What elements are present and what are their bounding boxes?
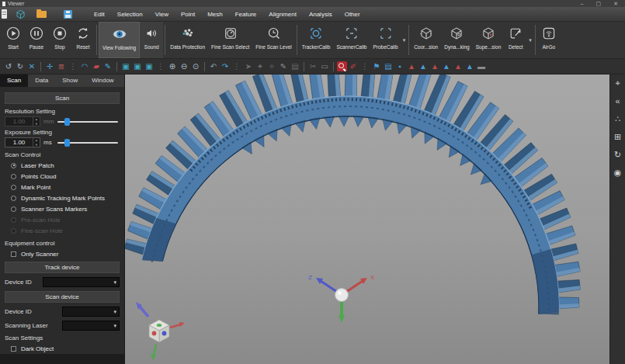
- radio-option[interactable]: Fine-scan Hole: [3, 225, 121, 236]
- menu-item[interactable]: Alignment: [263, 9, 302, 20]
- supervision-button[interactable]: Supe...sion: [473, 22, 505, 58]
- toolbar2-icon[interactable]: ↺: [3, 60, 14, 74]
- radio-option[interactable]: Points Cloud: [3, 171, 121, 182]
- toolbar2-icon[interactable]: ⊕: [167, 60, 178, 74]
- toolbar2-icon[interactable]: ▲: [418, 60, 429, 74]
- detect-button[interactable]: Detect: [504, 22, 527, 58]
- scan-section-header[interactable]: Scan: [5, 92, 120, 104]
- menu-item[interactable]: Selection: [112, 9, 148, 20]
- toolbar2-icon[interactable]: ✂: [307, 60, 318, 74]
- close-button[interactable]: ✕: [613, 0, 618, 7]
- tab-scan[interactable]: Scan: [0, 75, 28, 87]
- display-icon[interactable]: ⊞: [614, 132, 621, 141]
- toolbar2-icon[interactable]: ▤: [383, 60, 394, 74]
- airgo-button[interactable]: AirGo: [537, 22, 561, 58]
- radio-option[interactable]: Scanner Scans Markers: [3, 203, 121, 214]
- toolbar2-icon[interactable]: ▰: [91, 60, 102, 74]
- resolution-input[interactable]: 1.00 ▴▾: [5, 116, 40, 127]
- toolbar2-icon[interactable]: ✦: [255, 60, 266, 74]
- tab-window[interactable]: Window: [85, 75, 120, 87]
- data-protection-button[interactable]: Data Protection: [167, 22, 208, 58]
- menu-item[interactable]: Edit: [89, 9, 110, 20]
- toolbar2-icon[interactable]: ▣: [132, 60, 143, 74]
- toolbar2-icon[interactable]: ⚑: [371, 60, 382, 74]
- menu-item[interactable]: View: [150, 9, 174, 20]
- fine-scan-level-button[interactable]: Fine Scan Level: [252, 22, 295, 58]
- radio-option[interactable]: Pre-scan Hole: [3, 214, 121, 225]
- spin-down-icon[interactable]: ▾: [33, 143, 40, 147]
- toolbar2-icon[interactable]: ✎: [102, 60, 113, 74]
- toolbar2-icon[interactable]: ↶: [208, 60, 219, 74]
- radio-option[interactable]: Mark Point: [3, 182, 121, 192]
- toolbar2-icon[interactable]: ▪: [394, 60, 405, 74]
- fit-view-icon[interactable]: ⌖: [615, 78, 620, 88]
- sound-button[interactable]: Sound: [140, 22, 163, 58]
- chevron-down-icon[interactable]: ▾: [527, 37, 533, 43]
- track-device-header[interactable]: Track device: [5, 262, 120, 273]
- toolbar2-icon[interactable]: ▬: [476, 60, 487, 74]
- toolbar2-icon[interactable]: ✕: [26, 60, 37, 74]
- toolbar2-icon[interactable]: [337, 61, 347, 71]
- probe-calib-button[interactable]: ProbeCalib: [370, 22, 401, 58]
- save-icon[interactable]: [64, 10, 72, 19]
- exposure-slider[interactable]: [57, 138, 120, 147]
- toolbar2-icon[interactable]: ⊖: [179, 60, 189, 74]
- stop-button[interactable]: Stop: [48, 22, 71, 58]
- fine-scan-select-button[interactable]: Fine Scan Select: [208, 22, 252, 58]
- toolbar2-icon[interactable]: [333, 62, 334, 71]
- toolbar2-icon[interactable]: ✧: [266, 60, 277, 74]
- menu-item[interactable]: Feature: [230, 9, 262, 20]
- menu-item[interactable]: Analysis: [304, 9, 338, 20]
- toolbar2-icon[interactable]: ✛: [44, 60, 55, 74]
- tab-data[interactable]: Data: [28, 75, 55, 87]
- toolbar2-icon[interactable]: [40, 62, 41, 71]
- view-following-button[interactable]: View Following: [99, 22, 140, 58]
- toolbar2-icon[interactable]: ▲: [464, 60, 475, 74]
- dynamic-tracking-button[interactable]: Dyna...king: [441, 22, 473, 58]
- only-scanner-checkbox[interactable]: Only Scanner: [3, 248, 121, 259]
- notebook-icon[interactable]: [2, 9, 7, 19]
- chevron-down-icon[interactable]: ▾: [401, 37, 408, 43]
- toolbar2-icon[interactable]: [204, 62, 205, 71]
- toolbar2-icon[interactable]: ⊙: [190, 60, 201, 74]
- radio-option[interactable]: Dynamic Tracking Mark Points: [3, 192, 121, 203]
- toolbar2-icon[interactable]: ▭: [319, 60, 330, 74]
- toolbar2-icon[interactable]: [304, 62, 304, 71]
- radio-option[interactable]: Laser Patch: [3, 160, 121, 171]
- toolbar2-icon[interactable]: ≣: [56, 60, 67, 74]
- cube-icon[interactable]: [15, 9, 26, 20]
- scan-device-header[interactable]: Scan device: [5, 291, 120, 303]
- toolbar2-icon[interactable]: ▤: [290, 60, 300, 74]
- toolbar2-icon[interactable]: ✐: [348, 60, 359, 74]
- maximize-button[interactable]: ▢: [596, 0, 602, 7]
- toolbar2-icon[interactable]: ✎: [278, 60, 289, 74]
- coordinate-conversion-button[interactable]: Coor...sion: [411, 22, 441, 58]
- toolbar2-icon[interactable]: ▲: [441, 60, 452, 74]
- signal-icon[interactable]: ◉: [614, 168, 622, 177]
- toolbar2-icon[interactable]: ▣: [144, 60, 155, 74]
- resolution-slider[interactable]: [57, 117, 120, 127]
- tab-show[interactable]: Show: [55, 75, 85, 87]
- tracker-calib-button[interactable]: TrackerCalib: [299, 22, 334, 58]
- toolbar2-icon[interactable]: ⋮: [68, 60, 78, 74]
- scanning-laser-dropdown[interactable]: ▾: [62, 321, 120, 331]
- toolbar2-icon[interactable]: ↷: [220, 60, 231, 74]
- toolbar2-icon[interactable]: ↻: [15, 60, 26, 74]
- toolbar2-icon[interactable]: ▲: [406, 60, 417, 74]
- spin-down-icon[interactable]: ▾: [33, 122, 40, 127]
- toolbar2-icon[interactable]: ⋮: [359, 60, 370, 74]
- toolbar2-icon[interactable]: ⋮: [155, 60, 166, 74]
- exposure-input[interactable]: 1.00 ▴▾: [5, 137, 40, 147]
- track-device-id-dropdown[interactable]: ▾: [43, 277, 120, 287]
- reset-button[interactable]: Reset: [71, 22, 95, 58]
- scanner-calib-button[interactable]: ScannerCalib: [333, 22, 370, 58]
- menu-item[interactable]: Other: [339, 9, 366, 20]
- start-button[interactable]: Start: [2, 22, 25, 58]
- toolbar2-icon[interactable]: ◠: [79, 60, 90, 74]
- toolbar2-icon[interactable]: [116, 62, 117, 71]
- minimize-button[interactable]: –: [581, 0, 584, 7]
- orbit-icon[interactable]: ↻: [614, 150, 621, 159]
- collapse-panel-icon[interactable]: «: [615, 96, 620, 106]
- dark-object-checkbox[interactable]: Dark Object: [3, 343, 121, 354]
- scan-device-id-dropdown[interactable]: ▾: [62, 307, 120, 317]
